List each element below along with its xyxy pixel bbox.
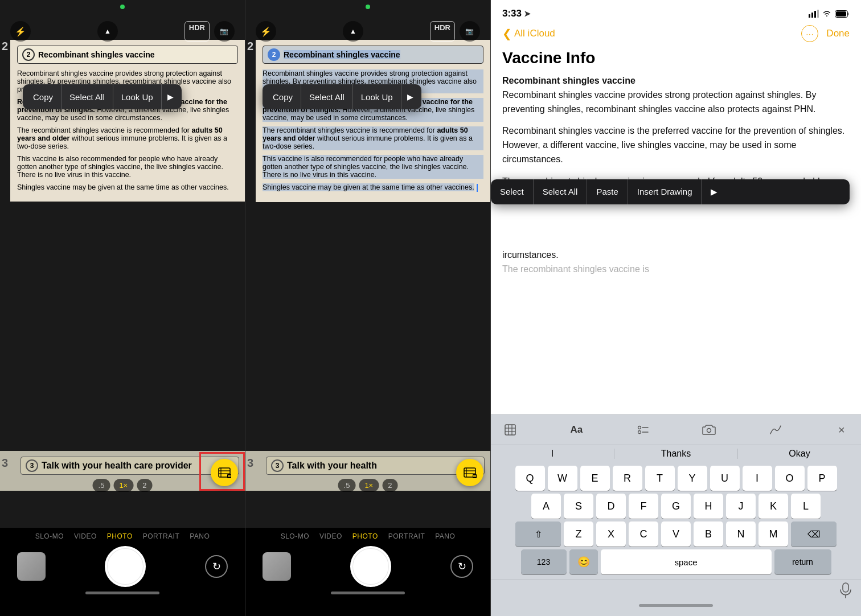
svg-rect-15 [811,13,813,18]
key-space[interactable]: space [601,549,772,574]
zoom-2-1[interactable]: 2 [137,479,152,492]
camera-thumbnail-1[interactable] [17,552,46,581]
back-button[interactable]: ❮ All iCloud [502,27,555,40]
key-d[interactable]: D [596,494,626,519]
key-o[interactable]: O [775,466,805,491]
toolbar-draw-icon[interactable] [765,420,786,440]
chevron-up-icon-2[interactable]: ▲ [343,21,363,42]
notes-panel: 3:33 ➤ [491,0,861,616]
zoom-1x-1[interactable]: 1× [113,479,133,492]
key-v[interactable]: V [661,521,691,547]
key-t[interactable]: T [645,466,675,491]
note-title[interactable]: Vaccine Info [491,47,861,74]
copy-button-1[interactable]: Copy [25,84,62,109]
mode-pano-2[interactable]: PANO [435,532,455,540]
flash-icon-2[interactable]: ⚡ [256,21,276,42]
live-text-icon-2[interactable] [456,459,483,486]
key-numbers[interactable]: 123 [521,549,567,574]
context-menu-arrow-2[interactable]: ▶ [401,92,419,101]
live-text-icon-1[interactable] [211,459,238,486]
key-p[interactable]: P [807,466,837,491]
rotate-button-2[interactable]: ↻ [450,555,473,578]
toolbar-close-icon[interactable]: × [831,420,852,440]
rotate-button-1[interactable]: ↻ [205,555,228,578]
mode-portrait-2[interactable]: PORTRAIT [388,532,425,540]
look-up-button-2[interactable]: Look Up [353,84,401,109]
key-f[interactable]: F [629,494,658,519]
key-return[interactable]: return [774,549,831,574]
select-all-button-2[interactable]: Select All [301,84,353,109]
copy-button-2[interactable]: Copy [265,84,301,109]
camera-off-icon-2[interactable]: 📷 [460,21,480,42]
camera-thumbnail-2[interactable] [263,552,291,581]
mode-pano-1[interactable]: PANO [190,532,210,540]
microphone-icon[interactable] [839,582,852,598]
key-a[interactable]: A [531,494,561,519]
select-all-button-1[interactable]: Select All [62,84,113,109]
key-n[interactable]: N [726,521,756,547]
notes-options-button[interactable]: ··· [801,25,818,42]
hdr-badge-1[interactable]: HDR [184,21,210,42]
mic-row [491,580,861,601]
zoom-2-2[interactable]: 2 [382,479,397,492]
key-h[interactable]: H [694,494,723,519]
key-s[interactable]: S [564,494,593,519]
section3-num-1: 3 [2,457,8,470]
suggestion-thanks[interactable]: Thanks [614,449,738,459]
key-r[interactable]: R [613,466,642,491]
look-up-button-1[interactable]: Look Up [113,84,162,109]
key-l[interactable]: L [791,494,821,519]
zoom-05-2[interactable]: .5 [338,479,356,492]
key-x[interactable]: X [596,521,626,547]
key-e[interactable]: E [580,466,610,491]
doc-para-2-4: This vaccine is also recommended for peo… [263,155,483,179]
notes-paste-button[interactable]: Paste [587,179,628,204]
key-w[interactable]: W [548,466,577,491]
key-shift[interactable]: ⇧ [515,521,561,547]
mode-portrait-1[interactable]: PORTRAIT [143,532,179,540]
chevron-up-icon-1[interactable]: ▲ [97,21,118,42]
notes-context-arrow[interactable]: ▶ [702,179,727,204]
notes-select-button[interactable]: Select [491,179,534,204]
zoom-05-1[interactable]: .5 [93,479,110,492]
toolbar-table-icon[interactable] [500,420,520,440]
battery-icon [835,10,850,18]
svg-rect-21 [505,425,515,435]
mode-slomo-1[interactable]: SLO-MO [35,532,64,540]
done-button[interactable]: Done [826,28,850,39]
toolbar-checklist-icon[interactable] [633,420,653,440]
notes-nav: ❮ All iCloud ··· Done [491,19,861,47]
shutter-button-2[interactable] [350,546,391,587]
notes-select-all-button[interactable]: Select All [534,179,588,204]
key-q[interactable]: Q [515,466,545,491]
mode-slomo-2[interactable]: SLO-MO [281,532,309,540]
key-b[interactable]: B [694,521,723,547]
key-y[interactable]: Y [678,466,707,491]
key-k[interactable]: K [758,494,788,519]
camera-off-icon-1[interactable]: 📷 [214,21,235,42]
key-g[interactable]: G [661,494,691,519]
context-menu-arrow-1[interactable]: ▶ [162,92,179,101]
mode-video-1[interactable]: VIDEO [74,532,97,540]
key-emoji[interactable]: 😊 [569,549,598,574]
mode-photo-1[interactable]: PHOTO [107,532,133,540]
notes-insert-drawing-button[interactable]: Insert Drawing [628,179,702,204]
mode-video-2[interactable]: VIDEO [319,532,342,540]
key-z[interactable]: Z [564,521,593,547]
key-m[interactable]: M [758,521,788,547]
mode-photo-2[interactable]: PHOTO [352,532,378,540]
suggestion-i[interactable]: I [491,449,614,459]
key-delete[interactable]: ⌫ [791,521,837,547]
key-c[interactable]: C [629,521,658,547]
hdr-badge-2[interactable]: HDR [430,21,455,42]
shutter-button-1[interactable] [105,546,146,587]
key-j[interactable]: J [726,494,756,519]
suggestion-okay[interactable]: Okay [738,449,861,459]
zoom-1x-2[interactable]: 1× [359,479,379,492]
key-u[interactable]: U [710,466,740,491]
toolbar-text-icon[interactable]: Aa [566,420,587,440]
toolbar-camera-icon[interactable] [699,420,719,440]
flash-icon-1[interactable]: ⚡ [10,21,31,42]
notes-para-1-heading: Recombinant shingles vaccine [502,76,636,85]
key-i[interactable]: I [743,466,772,491]
